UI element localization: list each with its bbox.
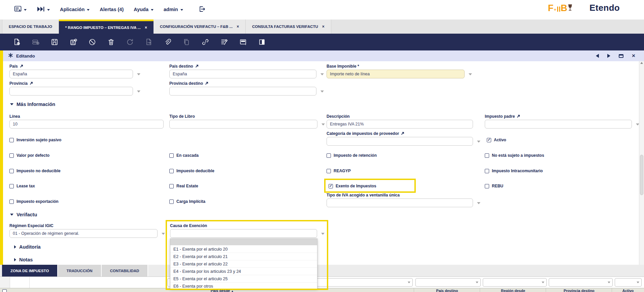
section-notas[interactable]: Notas <box>14 257 33 262</box>
link-out-icon[interactable] <box>30 81 33 86</box>
child-tab-contabilidad[interactable]: CONTABILIDAD <box>102 265 148 277</box>
checkbox-impuesto-deducible[interactable]: Impuesto deducible <box>169 169 214 173</box>
checkbox-impuesto-no-deducible[interactable]: Impuesto no deducible <box>9 169 61 173</box>
impuesto-padre-input[interactable] <box>485 120 632 129</box>
grid-header-pais-desde[interactable]: País desde ▲ <box>189 289 256 292</box>
form-view-toggle-button[interactable] <box>258 38 266 46</box>
link-out-icon[interactable] <box>401 131 404 136</box>
dropdown-option-blank[interactable] <box>170 239 317 246</box>
dropdown-option-e1[interactable]: E1 - Exenta por el articulo 20 <box>170 246 317 253</box>
delete-button[interactable] <box>107 38 115 46</box>
dropdown-arrow-icon[interactable] <box>469 73 472 75</box>
close-form-button[interactable]: × <box>632 53 635 58</box>
nav-alertas[interactable]: Alertas (4) <box>97 7 126 12</box>
maximize-form-button[interactable] <box>619 54 623 58</box>
checkbox-valor-por-defecto[interactable]: Valor por defecto <box>9 153 49 158</box>
dropdown-arrow-icon[interactable] <box>477 202 480 204</box>
dropdown-arrow-icon[interactable] <box>321 123 325 125</box>
checkbox-impuesto-de-retencion[interactable]: Impuesto de retención <box>327 153 377 158</box>
pais-input[interactable]: España <box>9 70 133 78</box>
vertical-scrollbar[interactable] <box>639 61 644 265</box>
dropdown-arrow-icon[interactable] <box>137 90 140 93</box>
dropdown-option-e3[interactable]: E3 - Exenta por el articulo 22 <box>170 260 317 268</box>
checkbox-impuesto-intracomunitario[interactable]: Impuesto Intracomunitario <box>485 169 543 173</box>
dropdown-arrow-icon[interactable] <box>321 233 325 235</box>
provincia-input[interactable] <box>9 87 133 96</box>
main-menu-button[interactable] <box>11 6 29 13</box>
link-out-icon[interactable] <box>20 64 23 69</box>
causa-de-exencion-input[interactable] <box>170 229 317 238</box>
tab-configuracion-verifactu[interactable]: CONFIGURACIÓN VERIFACTU – F&B ... × <box>154 20 246 34</box>
dropdown-arrow-icon[interactable] <box>162 233 165 235</box>
section-mas-informacion[interactable]: Más Información <box>10 102 55 107</box>
dropdown-arrow-icon[interactable] <box>320 90 324 93</box>
logout-button[interactable] <box>196 6 208 13</box>
checkbox-carga-implicita[interactable]: Carga Implícita <box>169 199 205 204</box>
dropdown-option-e6[interactable]: E6 - Exenta por otros <box>170 283 317 289</box>
new-row-in-grid-button[interactable] <box>32 38 40 46</box>
nav-admin[interactable]: admin <box>161 7 186 12</box>
select-all-checkbox[interactable] <box>2 289 7 292</box>
dropdown-option-e4[interactable]: E4 - Exenta por los articulos 23 y 24 <box>170 268 317 275</box>
link-button[interactable] <box>201 38 209 46</box>
provincia-destino-input[interactable] <box>169 87 316 96</box>
dropdown-arrow-icon[interactable] <box>477 141 480 143</box>
grid-header-pais-destino[interactable]: País destino <box>414 289 480 292</box>
attachment-button[interactable] <box>164 38 172 46</box>
scrollbar-thumb[interactable] <box>640 155 643 195</box>
nav-ayuda[interactable]: Ayuda <box>131 7 156 12</box>
undo-changes-button[interactable] <box>88 38 96 46</box>
dropdown-arrow-icon[interactable] <box>320 73 324 75</box>
checkbox-impuesto-exportacion[interactable]: Impuesto exportación <box>9 199 59 204</box>
link-out-icon[interactable] <box>205 81 208 86</box>
grid-filter-provincia-destino[interactable] <box>549 278 613 287</box>
dropdown-option-e5[interactable]: E5 - Exenta por el articulo 25 <box>170 275 317 283</box>
tab-espacio-de-trabajo[interactable]: ESPACIO DE TRABAJO <box>2 20 59 34</box>
regimen-especial-igic-input[interactable]: 01 - Operación de régimen general. <box>9 229 158 238</box>
tipo-de-libro-input[interactable] <box>169 120 317 129</box>
checkbox-inversion-sujeto-pasivo[interactable]: Inversión sujeto pasivo <box>9 138 61 142</box>
quick-launch-button[interactable] <box>34 6 53 13</box>
checkbox-en-cascada[interactable]: En cascada <box>169 153 199 158</box>
save-and-new-button[interactable] <box>69 38 77 46</box>
tab-consulta-facturas-verifactu[interactable]: CONSULTA FACTURAS VERIFACTU × <box>246 20 331 34</box>
grid-header-provincia-destino[interactable]: Provincia destino <box>546 289 612 292</box>
grid-header-activo[interactable]: Activo <box>612 289 644 292</box>
new-document-button[interactable] <box>13 38 21 46</box>
checkbox-exento-de-impuestos[interactable]: Exento de Impuestos <box>329 184 376 188</box>
grid-filter-activo[interactable] <box>615 278 642 287</box>
grid-filter-pais-destino[interactable] <box>415 278 481 287</box>
categoria-impuestos-proveedor-input[interactable] <box>327 137 473 146</box>
tab-rango-impuesto[interactable]: * RANGO IMPUESTO – ENTREGAS IVA ... × <box>59 20 154 34</box>
grid-view-toggle-button[interactable] <box>239 38 247 46</box>
refresh-button[interactable] <box>126 38 134 46</box>
close-tab-icon[interactable]: × <box>145 25 147 30</box>
checkbox-rebu[interactable]: REBU <box>485 184 503 188</box>
checkbox-real-estate[interactable]: Real Estate <box>169 184 198 188</box>
scroll-up-arrow-icon[interactable] <box>640 62 643 64</box>
link-out-icon[interactable] <box>195 64 199 69</box>
section-verifactu[interactable]: Verifactu <box>10 212 37 217</box>
nav-aplicacion[interactable]: Aplicación <box>57 7 92 12</box>
export-button[interactable] <box>145 38 153 46</box>
previous-record-button[interactable] <box>596 54 599 58</box>
grid-header-region-desde[interactable]: Región desde <box>480 289 546 292</box>
checkbox-no-esta-sujeto[interactable]: No está sujeto a impuestos <box>485 153 544 158</box>
close-tab-icon[interactable]: × <box>322 24 325 29</box>
link-out-icon[interactable] <box>517 114 520 119</box>
base-imponible-input[interactable]: Importe neto de línea <box>327 70 465 78</box>
section-auditoria[interactable]: Auditoría <box>14 244 41 250</box>
pais-destino-input[interactable]: España <box>169 70 316 78</box>
dropdown-option-e2[interactable]: E2 - Exenta por el articulo 21 <box>170 253 317 260</box>
checkbox-reagyp[interactable]: REAGYP <box>327 169 351 173</box>
tipo-iva-ventanilla-unica-input[interactable] <box>327 198 473 207</box>
descripcion-input[interactable]: Entregas IVA 21% <box>327 120 473 129</box>
grid-filter-region-desde[interactable] <box>483 278 547 287</box>
next-record-button[interactable] <box>607 54 610 58</box>
linea-input[interactable]: 10 <box>9 120 164 129</box>
close-tab-icon[interactable]: × <box>237 24 239 29</box>
save-button[interactable] <box>50 38 59 46</box>
child-tab-traduccion[interactable]: TRADUCCIÓN <box>58 265 101 277</box>
dropdown-arrow-icon[interactable] <box>137 73 140 75</box>
clone-record-button[interactable] <box>182 38 191 46</box>
